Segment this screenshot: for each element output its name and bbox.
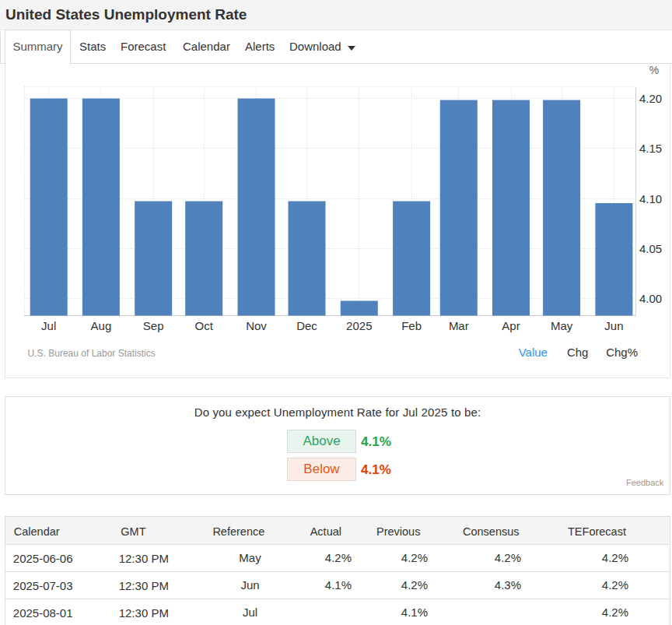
svg-text:Apr: Apr [502,319,520,332]
svg-text:Mar: Mar [449,319,469,332]
svg-text:4.20: 4.20 [639,92,662,105]
svg-text:%: % [649,64,659,76]
svg-text:U.S. Bureau of Labor Statistic: U.S. Bureau of Labor Statistics [28,348,156,359]
svg-text:Nov: Nov [246,319,267,332]
svg-text:Chg%: Chg% [606,346,638,359]
svg-text:Jun: Jun [604,319,623,332]
svg-text:May: May [551,319,573,332]
svg-text:Jul: Jul [41,319,56,332]
svg-text:Dec: Dec [296,319,317,332]
svg-text:4.15: 4.15 [639,142,662,155]
svg-text:Feb: Feb [401,319,422,332]
svg-text:Value: Value [519,346,548,359]
svg-text:4.00: 4.00 [639,292,662,305]
svg-text:Aug: Aug [91,319,112,332]
svg-text:4.10: 4.10 [639,192,662,205]
svg-text:Chg: Chg [567,346,589,359]
svg-text:Sep: Sep [143,319,164,332]
svg-text:Oct: Oct [195,319,214,332]
svg-text:4.05: 4.05 [639,242,662,255]
svg-text:2025: 2025 [346,319,372,332]
